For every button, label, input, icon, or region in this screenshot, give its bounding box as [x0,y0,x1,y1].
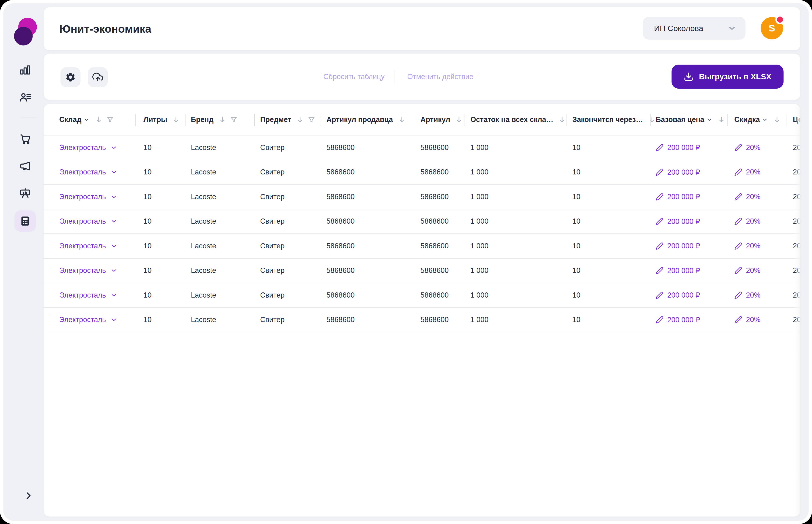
cell-value: 10 [572,168,580,176]
sidebar-item-promotion[interactable] [14,183,36,204]
account-selector[interactable]: ИП Соколова [643,17,746,40]
sidebar-item-analytics[interactable] [14,59,36,81]
edit-pencil-icon[interactable] [734,266,742,275]
sort-arrow-icon[interactable] [558,115,566,124]
warehouse-dropdown[interactable]: Электросталь [59,266,117,275]
sort-arrow-icon[interactable] [218,115,226,124]
editable-value[interactable]: 200 000 ₽ [667,266,700,275]
edit-pencil-icon[interactable] [734,242,742,250]
edit-pencil-icon[interactable] [656,266,664,275]
column-header-brand[interactable]: Бренд [185,104,254,135]
column-header-warehouse[interactable]: Склад [44,104,135,135]
editable-value[interactable]: 20% [746,291,761,299]
undo-action-link[interactable]: Отменить действие [404,54,476,100]
sidebar-item-unit-economics[interactable] [14,210,36,232]
sort-arrow-icon[interactable] [95,115,103,124]
avatar-initial: S [769,22,775,34]
cell-warehouse: Электросталь [44,234,135,258]
edit-pencil-icon[interactable] [656,193,664,201]
editable-value[interactable]: 200 000 ₽ [667,315,700,324]
edit-pencil-icon[interactable] [734,316,742,324]
chevron-down-icon[interactable] [706,116,713,123]
cell-price_final: 20 [786,160,800,184]
column-header-base_price[interactable]: Базовая цена [650,104,727,135]
edit-pencil-icon[interactable] [734,193,742,201]
reset-table-link[interactable]: Сбросить таблицу [319,54,389,100]
editable-value[interactable]: 200 000 ₽ [667,242,700,250]
filter-funnel-icon[interactable] [307,116,316,124]
column-header-discount[interactable]: Скидка [727,104,786,135]
cell-liters: 10 [135,135,185,160]
avatar[interactable]: S [761,17,783,39]
editable-value[interactable]: 20% [746,242,761,250]
edit-pencil-icon[interactable] [734,291,742,299]
edit-pencil-icon[interactable] [656,217,664,225]
cell-base_price: 200 000 ₽ [650,185,727,209]
edit-pencil-icon[interactable] [656,168,664,176]
sidebar-item-advertising[interactable] [14,155,36,177]
sort-arrow-icon[interactable] [296,115,304,124]
cell-price_final: 20 [786,135,800,160]
cloud-upload-button[interactable] [88,67,108,87]
editable-value[interactable]: 200 000 ₽ [667,217,700,226]
edit-pencil-icon[interactable] [734,217,742,225]
editable-value[interactable]: 20% [746,193,761,201]
editable-value[interactable]: 20% [746,266,761,275]
warehouse-dropdown[interactable]: Электросталь [59,315,117,324]
editable-value[interactable]: 200 000 ₽ [667,291,700,299]
sort-arrow-icon[interactable] [172,115,180,124]
editable-value[interactable]: 200 000 ₽ [667,168,700,177]
column-header-item[interactable]: Предмет [254,104,321,135]
filter-funnel-icon[interactable] [106,116,114,124]
editable-value[interactable]: 20% [746,315,761,324]
cell-discount: 20% [727,283,786,307]
cell-item: Свитер [254,160,321,184]
warehouse-dropdown[interactable]: Электросталь [59,217,117,226]
warehouse-dropdown[interactable]: Электросталь [59,143,117,152]
download-icon [684,72,694,82]
editable-value[interactable]: 20% [746,168,761,176]
editable-value[interactable]: 20% [746,143,761,152]
warehouse-dropdown[interactable]: Электросталь [59,291,117,299]
editable-value[interactable]: 20% [746,217,761,226]
column-header-seller_sku[interactable]: Артикул продавца [321,104,415,135]
cell-price_final: 20 [786,209,800,234]
cell-price_final: 20 [786,308,800,332]
warehouse-dropdown[interactable]: Электросталь [59,242,117,250]
edit-pencil-icon[interactable] [656,316,664,324]
filter-funnel-icon[interactable] [230,116,238,124]
edit-pencil-icon[interactable] [656,242,664,250]
chevron-down-icon[interactable] [83,116,90,123]
editable-value[interactable]: 200 000 ₽ [667,143,700,152]
cell-discount: 20% [727,135,786,160]
sort-arrow-icon[interactable] [455,115,463,124]
column-header-liters[interactable]: Литры [135,104,185,135]
sort-arrow-icon[interactable] [773,115,781,124]
sidebar-item-orders[interactable] [14,128,36,149]
edit-pencil-icon[interactable] [734,144,742,151]
edit-pencil-icon[interactable] [656,291,664,299]
bar-chart-icon [19,64,31,76]
export-xlsx-label: Выгрузить в XLSX [699,72,771,81]
editable-value[interactable]: 200 000 ₽ [667,192,700,201]
sidebar-divider [20,117,37,118]
sidebar-item-clients[interactable] [14,86,36,108]
sort-arrow-icon[interactable] [398,115,406,124]
cell-value: 1 000 [471,242,489,250]
column-header-sku[interactable]: Артикул [415,104,465,135]
column-header-price_final[interactable]: Це [786,104,800,135]
column-header-ends_in[interactable]: Закончится через… [567,104,650,135]
sidebar-expand-button[interactable] [20,488,36,504]
cell-value: Свитер [260,193,285,201]
edit-pencil-icon[interactable] [656,144,664,151]
edit-pencil-icon[interactable] [734,168,742,176]
warehouse-dropdown[interactable]: Электросталь [59,168,117,176]
cell-value: 5868600 [327,193,355,201]
column-header-stock_total[interactable]: Остаток на всех скла… [465,104,567,135]
export-xlsx-button[interactable]: Выгрузить в XLSX [671,65,783,88]
cell-value: 10 [143,193,152,201]
warehouse-dropdown[interactable]: Электросталь [59,193,117,201]
table-settings-button[interactable] [61,67,80,87]
chevron-down-icon[interactable] [762,116,768,123]
sort-arrow-icon[interactable] [717,115,726,124]
